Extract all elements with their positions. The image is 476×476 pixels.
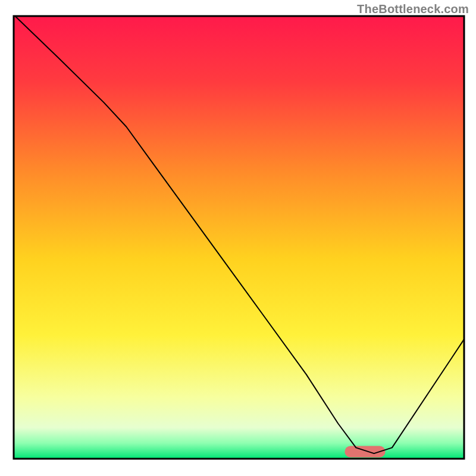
plot-background (14, 16, 464, 459)
chart-container: TheBottleneck.com (0, 0, 476, 476)
watermark-text: TheBottleneck.com (357, 2, 469, 16)
bottleneck-chart (0, 0, 476, 476)
